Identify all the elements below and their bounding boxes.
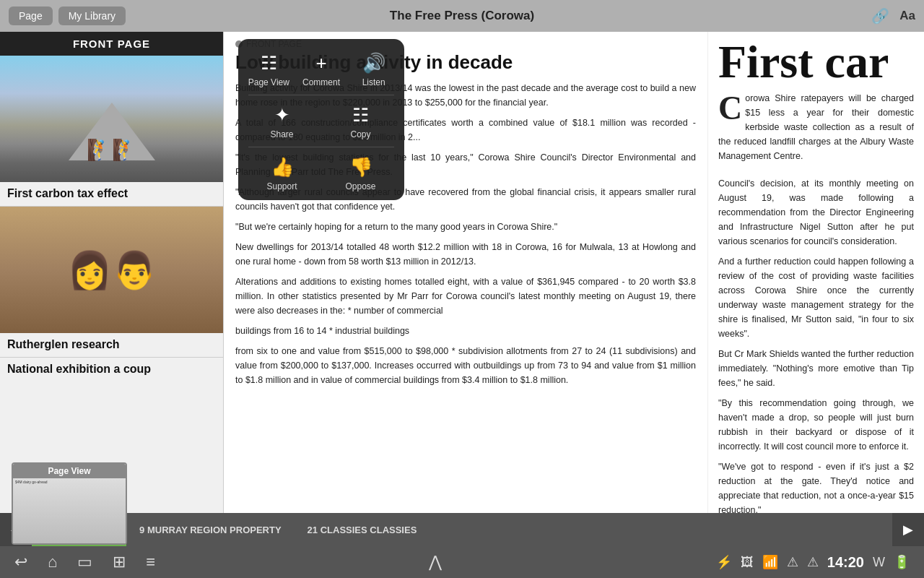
popup-comment[interactable]: + Comment xyxy=(296,46,346,92)
story2-title[interactable]: Rutherglen research xyxy=(0,333,223,358)
back-icon[interactable]: ↩ xyxy=(14,553,27,571)
page-view-icon: ☷ xyxy=(261,52,277,74)
popup-menu: ☷ Page View + Comment 🔊 Listen ✦ Share ☷… xyxy=(238,39,404,200)
right-para-4: "By this recommendation going through, w… xyxy=(718,396,914,454)
right-para-1: Council's decision, at its monthly meeti… xyxy=(718,176,914,249)
comment-icon: + xyxy=(315,52,326,74)
popup-row-3: 👍 Support 👎 Oppose xyxy=(243,150,400,196)
story2-image: 👩👨 xyxy=(0,207,223,333)
people-icon: 👩👨 xyxy=(67,249,157,291)
popup-copy[interactable]: ☷ Copy xyxy=(336,98,386,144)
popup-copy-label: Copy xyxy=(350,129,370,139)
text-size-icon[interactable]: Aa xyxy=(899,9,915,23)
thumbs-up-icon: 👍 xyxy=(271,156,294,178)
share-icon[interactable]: 🔗 xyxy=(871,7,889,25)
sidebar: FRONT PAGE 🧗🧗 First carbon tax effect 👩👨… xyxy=(0,32,224,513)
popup-share[interactable]: ✦ Share xyxy=(257,98,308,144)
window-icon[interactable]: ▭ xyxy=(77,553,92,571)
warning-icon-1: ⚠ xyxy=(787,554,798,570)
wifi-icon: W xyxy=(873,555,885,570)
popup-page-view-label: Page View xyxy=(248,77,289,87)
top-bar-right: 🔗 Aa xyxy=(871,7,915,25)
page-button[interactable]: Page xyxy=(9,7,53,25)
library-button[interactable]: My Library xyxy=(58,7,126,25)
page-nav-right-arrow[interactable]: ▶ xyxy=(892,513,924,546)
right-col-headline: First car xyxy=(718,39,914,85)
right-col-body: Council's decision, at its monthly meeti… xyxy=(718,176,914,513)
story3-title[interactable]: National exhibition a coup xyxy=(0,358,223,379)
page-nav-bar: ◀ 2 FRONT PAGE 9 MURRAY REGION PROPERTY … xyxy=(0,513,924,546)
right-column: First car Corowa Shire ratepayers will b… xyxy=(707,32,924,513)
top-bar-left: Page My Library xyxy=(9,7,126,25)
mountain-people-icon: 🧗🧗 xyxy=(87,138,137,162)
grid-icon[interactable]: ⊞ xyxy=(113,553,126,571)
popup-row-1: ☷ Page View + Comment 🔊 Listen xyxy=(243,46,400,92)
listen-icon: 🔊 xyxy=(362,52,385,74)
article-para-7: Alterations and additions to existing ho… xyxy=(235,275,696,318)
popup-share-label: Share xyxy=(270,129,293,139)
popup-listen[interactable]: 🔊 Listen xyxy=(349,46,399,92)
article-para-8: buildings from 16 to 14 * industrial bui… xyxy=(235,324,696,338)
story1-image: 🧗🧗 xyxy=(0,56,223,182)
popup-divider-2 xyxy=(248,147,394,147)
thumbs-down-icon: 👎 xyxy=(349,156,372,178)
popup-oppose[interactable]: 👎 Oppose xyxy=(336,150,386,196)
page-nav-tabs: 2 FRONT PAGE 9 MURRAY REGION PROPERTY 21… xyxy=(32,513,892,546)
signal-icon: 📶 xyxy=(762,554,778,570)
thumb-content: $4M dairy go-ahead xyxy=(13,478,126,486)
battery-icon: 🔋 xyxy=(894,554,910,570)
story1-title[interactable]: First carbon tax effect xyxy=(0,182,223,207)
main-content: FRONT PAGE 🧗🧗 First carbon tax effect 👩👨… xyxy=(0,32,924,513)
bottom-bar: ↩ ⌂ ▭ ⊞ ≡ ⋀ ⚡ 🖼 📶 ⚠ ⚠ 14:20 W 🔋 xyxy=(0,546,924,578)
popup-support[interactable]: 👍 Support xyxy=(257,150,308,196)
copy-icon: ☷ xyxy=(352,104,369,126)
top-bar: Page My Library The Free Press (Corowa) … xyxy=(0,0,924,32)
popup-oppose-label: Oppose xyxy=(345,181,375,191)
right-para-2: And a further reduction could happen fol… xyxy=(718,254,914,341)
page-view-thumb-image: $4M dairy go-ahead xyxy=(13,478,126,543)
app-title: The Free Press (Corowa) xyxy=(390,9,534,23)
article-para-5: "But we're certainly hoping for a return… xyxy=(235,220,696,234)
usb-icon: ⚡ xyxy=(716,554,732,570)
popup-row-2: ✦ Share ☷ Copy xyxy=(243,98,400,144)
bottom-status-icons: ⚡ 🖼 📶 ⚠ ⚠ 14:20 W 🔋 xyxy=(716,554,910,571)
popup-divider-1 xyxy=(248,95,394,95)
photo-icon: 🖼 xyxy=(741,555,754,570)
article-para-6: New dwellings for 2013/14 totalled 48 wo… xyxy=(235,240,696,269)
home-icon[interactable]: ⌂ xyxy=(48,553,57,571)
right-para-3: But Cr Mark Shields wanted the further r… xyxy=(718,347,914,390)
page-view-thumbnail[interactable]: Page View $4M dairy go-ahead xyxy=(12,462,127,545)
chevron-up-icon[interactable]: ⋀ xyxy=(429,553,442,571)
popup-page-view[interactable]: ☷ Page View xyxy=(243,46,294,92)
page-tab-murray[interactable]: 9 MURRAY REGION PROPERTY xyxy=(126,513,295,546)
sidebar-section-title: FRONT PAGE xyxy=(0,32,223,56)
popup-listen-label: Listen xyxy=(362,77,385,87)
popup-comment-label: Comment xyxy=(302,77,340,87)
bottom-nav-icons: ↩ ⌂ ▭ ⊞ ≡ xyxy=(14,553,155,571)
warning-icon-2: ⚠ xyxy=(807,554,819,570)
right-col-dropcap: Corowa Shire ratepayers will be charged … xyxy=(718,91,914,163)
page-tab-classies[interactable]: 21 CLASSIES CLASSIES xyxy=(295,513,430,546)
popup-support-label: Support xyxy=(266,181,297,191)
time-display: 14:20 xyxy=(827,554,864,571)
page-view-thumb-title: Page View xyxy=(13,464,126,478)
menu-icon[interactable]: ≡ xyxy=(146,553,155,571)
article-para-right: from six to one and value from $515,000 … xyxy=(235,344,696,387)
share-popup-icon: ✦ xyxy=(274,104,290,126)
right-para-5: "We've got to respond - even if it's jus… xyxy=(718,460,914,513)
